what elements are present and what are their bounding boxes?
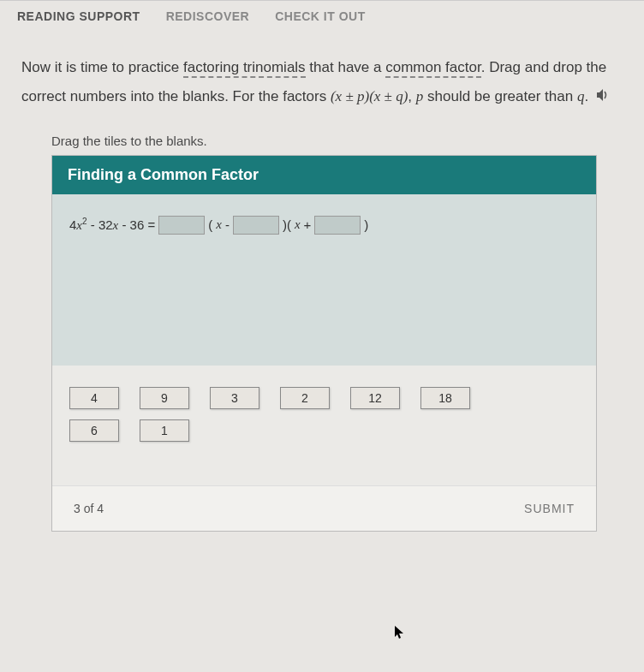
tile-3[interactable]: 3 (210, 387, 259, 409)
tab-check-it-out[interactable]: CHECK IT OUT (275, 9, 366, 23)
content-area: Now it is time to practice factoring tri… (0, 32, 644, 540)
tile-1[interactable]: 1 (140, 419, 189, 442)
keyword-common-factor[interactable]: common factor (385, 59, 481, 78)
paren-open-1: ( (208, 217, 212, 232)
tiles-row-1: 4 9 3 2 12 18 (69, 387, 579, 409)
blank-p[interactable] (233, 216, 279, 235)
formula-inline: (x ± p)(x ± q) (331, 88, 408, 104)
instr-part1: Now it is time to practice (21, 59, 183, 75)
paren2-var: x (295, 217, 301, 232)
exercise-footer: 3 of 4 SUBMIT (52, 485, 596, 531)
paren2-op: + (304, 217, 312, 232)
var-x1: x (76, 218, 82, 232)
paren1-op: - (225, 217, 230, 232)
drag-hint: Drag the tiles to the blanks. (51, 134, 627, 148)
tab-rediscover[interactable]: REDISCOVER (166, 9, 250, 23)
tile-4[interactable]: 4 (69, 387, 119, 409)
instr-part6: . (584, 88, 588, 104)
paren1-var: x (216, 217, 222, 232)
exercise-box: Finding a Common Factor 4x2 - 32x - 36 =… (51, 155, 597, 532)
tile-2[interactable]: 2 (280, 387, 330, 409)
tabs-bar: READING SUPPORT REDISCOVER CHECK IT OUT (0, 0, 644, 32)
instructions-text: Now it is time to practice factoring tri… (21, 53, 627, 112)
paren-close-2: ) (364, 217, 368, 232)
coef-b: - 32 (87, 217, 113, 232)
tile-9[interactable]: 9 (140, 387, 189, 409)
equation-area: 4x2 - 32x - 36 = (x - )(x + ) (52, 194, 596, 366)
audio-icon[interactable] (596, 83, 611, 112)
tile-18[interactable]: 18 (420, 387, 470, 409)
eq-lhs: 4x2 - 32x - 36 = (69, 217, 155, 233)
tiles-row-2: 6 1 (69, 419, 579, 442)
blank-common-factor[interactable] (158, 216, 205, 235)
submit-button[interactable]: SUBMIT (524, 502, 575, 515)
tile-6[interactable]: 6 (69, 419, 119, 442)
instr-part2: that have a (306, 59, 386, 75)
const-c: - 36 = (118, 217, 155, 232)
keyword-factoring[interactable]: factoring trinomials (183, 59, 306, 78)
instr-part4: , (408, 88, 415, 104)
blank-q[interactable] (314, 216, 361, 235)
paren-mid: )( (283, 217, 291, 232)
tab-reading-support[interactable]: READING SUPPORT (17, 9, 140, 23)
equation: 4x2 - 32x - 36 = (x - )(x + ) (69, 216, 579, 235)
instr-part5: should be greater than (423, 88, 577, 104)
progress-indicator: 3 of 4 (74, 502, 104, 515)
tile-12[interactable]: 12 (350, 387, 400, 409)
exercise-title: Finding a Common Factor (52, 156, 596, 194)
cursor-icon (394, 625, 406, 644)
tiles-area: 4 9 3 2 12 18 6 1 (52, 366, 596, 485)
